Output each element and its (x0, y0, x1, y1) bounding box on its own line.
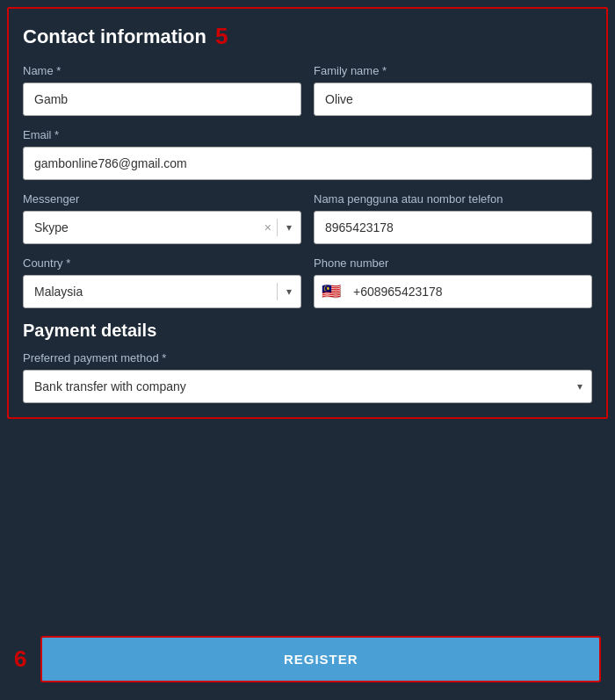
messenger-chevron-down-icon[interactable]: ▾ (278, 221, 300, 234)
email-group: Email * (23, 128, 592, 180)
phone-label: Phone number (314, 256, 592, 270)
messenger-username-input[interactable] (314, 211, 592, 244)
messenger-value: Skype (24, 212, 259, 243)
phone-input-wrapper[interactable]: 🇲🇾 +608965423178 (314, 275, 592, 308)
country-value: Malaysia (24, 276, 277, 307)
country-chevron-down-icon[interactable]: ▾ (278, 285, 300, 298)
email-row: Email * (23, 128, 592, 180)
section-step-number: 5 (215, 23, 228, 50)
payment-method-label: Preferred payment method * (23, 351, 592, 364)
messenger-username-group: Nama pengguna atau nombor telefon (314, 192, 592, 244)
payment-title: Payment details (23, 321, 592, 341)
messenger-select[interactable]: Skype × ▾ (23, 211, 301, 244)
messenger-group: Messenger Skype × ▾ (23, 192, 301, 244)
page-container: Contact information 5 Name * Family name… (0, 0, 615, 700)
payment-section: Payment details Preferred payment method… (23, 321, 592, 403)
name-group: Name * (23, 64, 301, 116)
phone-flag-icon: 🇲🇾 (315, 282, 348, 301)
family-name-input[interactable] (314, 83, 592, 116)
country-select[interactable]: Malaysia ▾ (23, 275, 301, 308)
family-name-group: Family name * (314, 64, 592, 116)
messenger-row: Messenger Skype × ▾ Nama pengguna atau n… (23, 192, 592, 244)
contact-section: Contact information 5 Name * Family name… (7, 7, 608, 419)
messenger-username-label: Nama pengguna atau nombor telefon (314, 192, 592, 206)
section-header: Contact information 5 (23, 23, 592, 50)
phone-number-text: +608965423178 (348, 276, 591, 307)
section-title-text: Contact information (23, 25, 206, 48)
country-label: Country * (23, 256, 301, 270)
name-input[interactable] (23, 83, 301, 116)
country-group: Country * Malaysia ▾ (23, 256, 301, 308)
email-label: Email * (23, 128, 592, 141)
bottom-step-number: 6 (14, 646, 26, 673)
country-phone-row: Country * Malaysia ▾ Phone number 🇲🇾 +60… (23, 256, 592, 308)
phone-group: Phone number 🇲🇾 +608965423178 (314, 256, 592, 308)
email-input[interactable] (23, 147, 592, 180)
name-label: Name * (23, 64, 301, 77)
family-name-label: Family name * (314, 64, 592, 77)
messenger-clear-icon[interactable]: × (259, 220, 277, 235)
name-row: Name * Family name * (23, 64, 592, 116)
payment-method-select[interactable]: Bank transfer with company ▾ (23, 370, 592, 403)
messenger-label: Messenger (23, 192, 301, 206)
payment-chevron-down-icon[interactable]: ▾ (568, 380, 591, 393)
payment-method-value: Bank transfer with company (24, 371, 568, 402)
register-button[interactable]: REGISTER (40, 636, 601, 682)
bottom-section: 6 REGISTER (0, 618, 615, 700)
